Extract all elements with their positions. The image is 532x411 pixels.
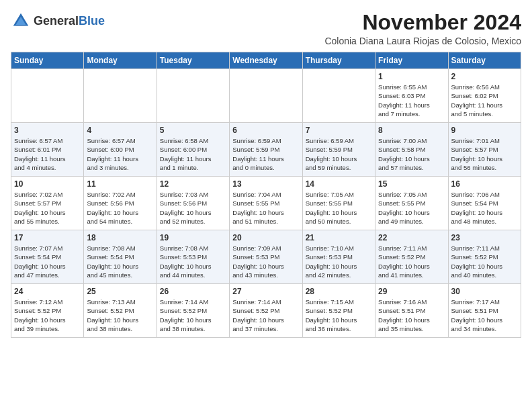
day-cell: 16Sunrise: 7:06 AM Sunset: 5:54 PM Dayli… bbox=[448, 177, 521, 230]
week-row-2: 3Sunrise: 6:57 AM Sunset: 6:01 PM Daylig… bbox=[11, 123, 521, 177]
day-info: Sunrise: 7:17 AM Sunset: 5:51 PM Dayligh… bbox=[451, 298, 518, 333]
day-number: 12 bbox=[160, 179, 226, 189]
day-cell: 1Sunrise: 6:55 AM Sunset: 6:03 PM Daylig… bbox=[375, 69, 448, 123]
day-number: 10 bbox=[14, 179, 81, 189]
day-number: 16 bbox=[451, 179, 518, 189]
day-info: Sunrise: 7:06 AM Sunset: 5:54 PM Dayligh… bbox=[451, 190, 518, 226]
day-number: 2 bbox=[451, 72, 518, 81]
logo-text: GeneralBlue bbox=[34, 14, 105, 28]
day-number: 9 bbox=[451, 126, 518, 135]
day-cell: 11Sunrise: 7:02 AM Sunset: 5:56 PM Dayli… bbox=[84, 177, 157, 230]
day-number: 15 bbox=[378, 179, 445, 189]
logo: GeneralBlue bbox=[11, 11, 105, 31]
day-cell: 17Sunrise: 7:07 AM Sunset: 5:54 PM Dayli… bbox=[11, 230, 84, 284]
day-info: Sunrise: 7:01 AM Sunset: 5:57 PM Dayligh… bbox=[451, 136, 518, 172]
weekday-wednesday: Wednesday bbox=[230, 52, 302, 69]
day-cell bbox=[230, 69, 302, 123]
day-cell: 15Sunrise: 7:05 AM Sunset: 5:55 PM Dayli… bbox=[375, 177, 448, 230]
day-cell bbox=[157, 69, 229, 123]
day-cell: 8Sunrise: 7:00 AM Sunset: 5:58 PM Daylig… bbox=[375, 123, 448, 177]
day-info: Sunrise: 7:11 AM Sunset: 5:52 PM Dayligh… bbox=[451, 244, 518, 279]
day-number: 26 bbox=[160, 287, 226, 296]
day-number: 7 bbox=[306, 126, 372, 135]
header: GeneralBlue November 2024 Colonia Diana … bbox=[11, 11, 521, 46]
day-info: Sunrise: 6:57 AM Sunset: 6:01 PM Dayligh… bbox=[14, 136, 81, 172]
day-cell: 6Sunrise: 6:59 AM Sunset: 5:59 PM Daylig… bbox=[230, 123, 302, 177]
day-number: 20 bbox=[232, 233, 299, 242]
day-number: 29 bbox=[378, 287, 445, 296]
weekday-tuesday: Tuesday bbox=[157, 52, 229, 69]
day-cell: 22Sunrise: 7:11 AM Sunset: 5:52 PM Dayli… bbox=[375, 230, 448, 284]
day-number: 18 bbox=[87, 233, 153, 242]
day-number: 17 bbox=[14, 233, 81, 242]
day-number: 4 bbox=[87, 126, 153, 135]
day-cell: 21Sunrise: 7:10 AM Sunset: 5:53 PM Dayli… bbox=[302, 230, 375, 284]
day-info: Sunrise: 7:00 AM Sunset: 5:58 PM Dayligh… bbox=[378, 136, 445, 172]
logo-blue: Blue bbox=[79, 14, 105, 28]
day-number: 27 bbox=[232, 287, 299, 296]
day-info: Sunrise: 7:11 AM Sunset: 5:52 PM Dayligh… bbox=[378, 244, 445, 279]
logo-icon bbox=[11, 11, 31, 31]
day-info: Sunrise: 7:10 AM Sunset: 5:53 PM Dayligh… bbox=[306, 244, 372, 279]
day-cell: 26Sunrise: 7:14 AM Sunset: 5:52 PM Dayli… bbox=[157, 284, 229, 338]
day-cell: 13Sunrise: 7:04 AM Sunset: 5:55 PM Dayli… bbox=[230, 177, 302, 230]
day-info: Sunrise: 7:07 AM Sunset: 5:54 PM Dayligh… bbox=[14, 244, 81, 279]
week-row-5: 24Sunrise: 7:12 AM Sunset: 5:52 PM Dayli… bbox=[11, 284, 521, 338]
day-info: Sunrise: 7:15 AM Sunset: 5:52 PM Dayligh… bbox=[306, 298, 372, 333]
day-info: Sunrise: 6:56 AM Sunset: 6:02 PM Dayligh… bbox=[451, 83, 518, 118]
day-info: Sunrise: 7:08 AM Sunset: 5:53 PM Dayligh… bbox=[160, 244, 226, 279]
day-cell: 12Sunrise: 7:03 AM Sunset: 5:56 PM Dayli… bbox=[157, 177, 229, 230]
day-info: Sunrise: 7:03 AM Sunset: 5:56 PM Dayligh… bbox=[160, 190, 226, 226]
day-number: 14 bbox=[306, 179, 372, 189]
week-row-4: 17Sunrise: 7:07 AM Sunset: 5:54 PM Dayli… bbox=[11, 230, 521, 284]
day-number: 19 bbox=[160, 233, 226, 242]
day-cell: 4Sunrise: 6:57 AM Sunset: 6:00 PM Daylig… bbox=[84, 123, 157, 177]
weekday-thursday: Thursday bbox=[302, 52, 375, 69]
calendar-subtitle: Colonia Diana Laura Riojas de Colosio, M… bbox=[324, 36, 521, 46]
day-info: Sunrise: 7:16 AM Sunset: 5:51 PM Dayligh… bbox=[378, 298, 445, 333]
day-cell: 28Sunrise: 7:15 AM Sunset: 5:52 PM Dayli… bbox=[302, 284, 375, 338]
day-number: 5 bbox=[160, 126, 226, 135]
day-number: 21 bbox=[306, 233, 372, 242]
day-number: 13 bbox=[232, 179, 299, 189]
day-number: 25 bbox=[87, 287, 153, 296]
day-cell: 3Sunrise: 6:57 AM Sunset: 6:01 PM Daylig… bbox=[11, 123, 84, 177]
day-cell bbox=[11, 69, 84, 123]
day-info: Sunrise: 7:13 AM Sunset: 5:52 PM Dayligh… bbox=[87, 298, 153, 333]
day-cell: 20Sunrise: 7:09 AM Sunset: 5:53 PM Dayli… bbox=[230, 230, 302, 284]
day-info: Sunrise: 6:59 AM Sunset: 5:59 PM Dayligh… bbox=[306, 136, 372, 172]
day-info: Sunrise: 7:05 AM Sunset: 5:55 PM Dayligh… bbox=[378, 190, 445, 226]
day-cell: 7Sunrise: 6:59 AM Sunset: 5:59 PM Daylig… bbox=[302, 123, 375, 177]
calendar-title: November 2024 bbox=[324, 11, 521, 34]
calendar-table: SundayMondayTuesdayWednesdayThursdayFrid… bbox=[11, 52, 521, 338]
day-number: 6 bbox=[232, 126, 299, 135]
day-cell: 10Sunrise: 7:02 AM Sunset: 5:57 PM Dayli… bbox=[11, 177, 84, 230]
day-info: Sunrise: 7:02 AM Sunset: 5:56 PM Dayligh… bbox=[87, 190, 153, 226]
weekday-friday: Friday bbox=[375, 52, 448, 69]
day-cell: 23Sunrise: 7:11 AM Sunset: 5:52 PM Dayli… bbox=[448, 230, 521, 284]
day-cell: 25Sunrise: 7:13 AM Sunset: 5:52 PM Dayli… bbox=[84, 284, 157, 338]
day-cell: 2Sunrise: 6:56 AM Sunset: 6:02 PM Daylig… bbox=[448, 69, 521, 123]
day-info: Sunrise: 6:58 AM Sunset: 6:00 PM Dayligh… bbox=[160, 136, 226, 172]
day-info: Sunrise: 7:14 AM Sunset: 5:52 PM Dayligh… bbox=[232, 298, 299, 333]
day-number: 23 bbox=[451, 233, 518, 242]
day-info: Sunrise: 6:57 AM Sunset: 6:00 PM Dayligh… bbox=[87, 136, 153, 172]
day-cell: 29Sunrise: 7:16 AM Sunset: 5:51 PM Dayli… bbox=[375, 284, 448, 338]
day-number: 22 bbox=[378, 233, 445, 242]
day-number: 28 bbox=[306, 287, 372, 296]
day-info: Sunrise: 7:08 AM Sunset: 5:54 PM Dayligh… bbox=[87, 244, 153, 279]
day-info: Sunrise: 7:12 AM Sunset: 5:52 PM Dayligh… bbox=[14, 298, 81, 333]
day-info: Sunrise: 7:14 AM Sunset: 5:52 PM Dayligh… bbox=[160, 298, 226, 333]
day-number: 24 bbox=[14, 287, 81, 296]
day-cell: 9Sunrise: 7:01 AM Sunset: 5:57 PM Daylig… bbox=[448, 123, 521, 177]
day-info: Sunrise: 6:55 AM Sunset: 6:03 PM Dayligh… bbox=[378, 83, 445, 118]
day-number: 3 bbox=[14, 126, 81, 135]
day-info: Sunrise: 7:05 AM Sunset: 5:55 PM Dayligh… bbox=[306, 190, 372, 226]
day-cell: 30Sunrise: 7:17 AM Sunset: 5:51 PM Dayli… bbox=[448, 284, 521, 338]
week-row-1: 1Sunrise: 6:55 AM Sunset: 6:03 PM Daylig… bbox=[11, 69, 521, 123]
day-number: 1 bbox=[378, 72, 445, 81]
weekday-monday: Monday bbox=[84, 52, 157, 69]
day-info: Sunrise: 6:59 AM Sunset: 5:59 PM Dayligh… bbox=[232, 136, 299, 172]
day-info: Sunrise: 7:04 AM Sunset: 5:55 PM Dayligh… bbox=[232, 190, 299, 226]
day-info: Sunrise: 7:02 AM Sunset: 5:57 PM Dayligh… bbox=[14, 190, 81, 226]
